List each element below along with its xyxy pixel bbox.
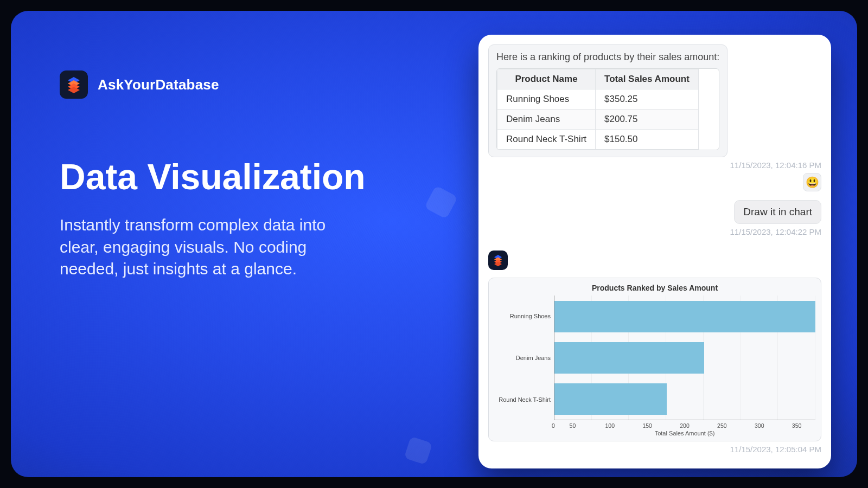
timestamp: 11/15/2023, 12:04:22 PM — [488, 227, 821, 236]
y-tick-label: Denim Jeans — [494, 355, 551, 361]
assistant-message: Here is a ranking of products by their s… — [488, 44, 727, 157]
timestamp: 11/15/2023, 12:04:16 PM — [488, 160, 821, 170]
chart-plot — [554, 296, 815, 420]
table-header: Product Name — [497, 69, 596, 89]
bar — [554, 383, 667, 415]
user-message: Draw it in chart — [734, 200, 821, 224]
table-cell: Denim Jeans — [497, 110, 596, 130]
table-row: Running Shoes $350.25 — [497, 89, 699, 110]
x-tick-label: 350 — [778, 420, 815, 429]
smile-emoji-icon[interactable]: 😃 — [803, 173, 821, 191]
table-cell: Running Shoes — [497, 89, 596, 110]
chat-panel: Here is a ranking of products by their s… — [478, 35, 831, 468]
table-row: Round Neck T-Shirt $150.50 — [497, 130, 699, 150]
x-tick-label: 300 — [741, 420, 778, 429]
x-tick-label: 150 — [629, 420, 666, 429]
assistant-intro-text: Here is a ranking of products by their s… — [496, 52, 719, 63]
table-cell: $150.50 — [596, 130, 699, 150]
table-header-row: Product Name Total Sales Amount — [497, 69, 699, 89]
assistant-avatar-icon — [488, 251, 508, 270]
brand-name: AskYourDatabase — [98, 76, 219, 93]
bar-row — [554, 383, 815, 415]
chart-y-labels: Running Shoes Denim Jeans Round Neck T-S… — [494, 296, 554, 420]
table-row: Denim Jeans $200.75 — [497, 110, 699, 130]
reaction-row: 😃 — [488, 173, 821, 191]
bar — [554, 342, 704, 374]
timestamp: 11/15/2023, 12:05:04 PM — [488, 445, 821, 454]
table-cell: $350.25 — [596, 89, 699, 110]
page-headline: Data Visualization — [60, 158, 407, 196]
table-cell: $200.75 — [596, 110, 699, 130]
bar-row — [554, 301, 815, 332]
user-message-row: Draw it in chart — [488, 200, 821, 224]
y-tick-label: Round Neck T-Shirt — [494, 396, 551, 403]
assistant-row — [488, 251, 821, 270]
x-tick-label: 100 — [591, 420, 629, 429]
chart-title: Products Ranked by Sales Amount — [494, 284, 815, 292]
chart-x-label: Total Sales Amount ($) — [554, 430, 815, 436]
chart-x-ticks: 0 50 100 150 200 250 300 350 — [554, 420, 815, 429]
chart-card: Products Ranked by Sales Amount Running … — [488, 278, 821, 441]
chart-area: Running Shoes Denim Jeans Round Neck T-S… — [494, 296, 815, 420]
hero-card: AskYourDatabase Data Visualization Insta… — [11, 11, 857, 477]
page-subhead: Instantly transform complex data into cl… — [60, 214, 363, 280]
results-table: Product Name Total Sales Amount Running … — [496, 68, 719, 150]
left-column: AskYourDatabase Data Visualization Insta… — [60, 70, 407, 280]
x-tick-label: 250 — [703, 420, 741, 429]
table-header: Total Sales Amount — [596, 69, 699, 89]
svg-marker-3 — [68, 87, 80, 93]
table-cell: Round Neck T-Shirt — [497, 130, 596, 150]
x-tick-label: 50 — [554, 420, 591, 429]
emoji: 😃 — [806, 176, 819, 189]
brand-row: AskYourDatabase — [60, 70, 407, 99]
bar — [554, 301, 815, 332]
y-tick-label: Running Shoes — [494, 313, 551, 319]
brand-logo-icon — [60, 70, 88, 99]
bar-row — [554, 342, 815, 374]
x-tick-label: 200 — [666, 420, 704, 429]
